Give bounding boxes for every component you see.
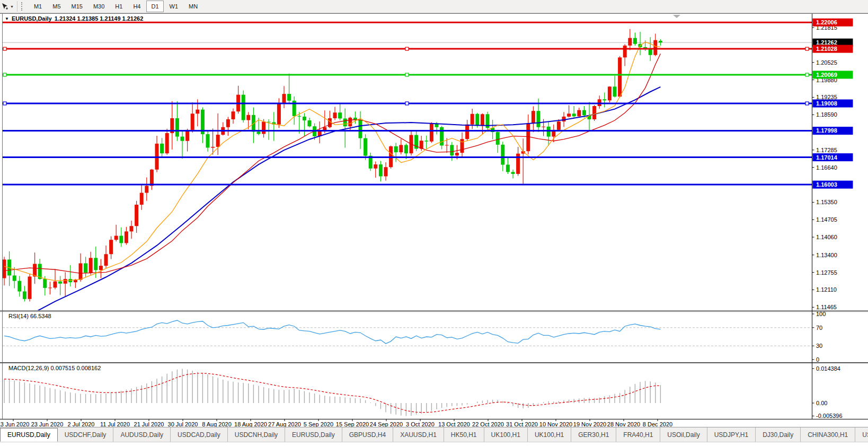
- price-tick-label: 1.12755: [816, 269, 837, 276]
- timeframe-button-m5[interactable]: M5: [48, 1, 65, 12]
- hline-handle[interactable]: [805, 102, 809, 105]
- rsi-tick-label: 100: [816, 311, 826, 317]
- date-tick-label: 11 Jul 2020: [100, 421, 130, 427]
- crosshair-cursor-icon: [1, 3, 8, 10]
- symbol-tab-6-gbpusd-h4[interactable]: GBPUSD,H4: [342, 427, 393, 442]
- symbol-tab-17-usoil-h1[interactable]: USOil,H1: [855, 427, 868, 442]
- macd-tick-label: 0.00: [816, 400, 827, 406]
- chart-dropdown-caret-icon[interactable]: ▼: [5, 16, 9, 21]
- timeframe-button-m15[interactable]: M15: [67, 1, 87, 12]
- date-tick-label: 28 Nov 2020: [607, 421, 640, 427]
- rsi-tick-label: 70: [816, 325, 822, 331]
- symbol-tab-12-fra40-h1[interactable]: FRA40,H1: [616, 427, 660, 442]
- price-tick-label: 1.17285: [816, 147, 837, 153]
- price-tick-label: 1.16640: [816, 164, 837, 171]
- timeframe-button-m1[interactable]: M1: [29, 1, 47, 12]
- symbol-tab-5-eurusd-daily[interactable]: EURUSD,Daily: [285, 427, 342, 442]
- symbol-tab-9-uk100-h1[interactable]: UK100,H1: [484, 427, 528, 442]
- price-tick-label: 1.20525: [816, 59, 837, 66]
- price-tick-label: 1.12110: [816, 286, 837, 293]
- date-tick-label: 22 Oct 2020: [472, 421, 504, 427]
- timeframe-button-d1[interactable]: D1: [146, 1, 163, 12]
- macd-indicator-label: MACD(12,26,9) 0.007515 0.008162: [8, 365, 101, 371]
- date-tick-label: 24 Sep 2020: [370, 421, 403, 427]
- date-tick-label: 18 Aug 2020: [234, 421, 267, 427]
- rsi-tick-label: 30: [816, 343, 822, 349]
- symbol-tab-8-hk50-h1[interactable]: HK50,H1: [444, 427, 484, 442]
- date-tick-label: 23 Jun 2020: [31, 421, 64, 427]
- timeframe-button-w1[interactable]: W1: [165, 1, 183, 12]
- hline-handle[interactable]: [405, 47, 409, 50]
- price-badge-label: 1.17998: [816, 127, 837, 134]
- symbol-tab-1-usdchf-daily[interactable]: USDCHF,Daily: [58, 427, 114, 442]
- price-tick-label: 1.11465: [816, 304, 837, 310]
- toolbar-separator: [17, 1, 17, 12]
- date-tick-label: 3 Oct 2020: [406, 421, 435, 427]
- date-tick-label: 27 Aug 2020: [268, 421, 301, 427]
- hline-handle[interactable]: [3, 47, 6, 50]
- chart-canvas[interactable]: 1.218151.205251.198801.192351.185901.172…: [0, 0, 868, 427]
- price-badge-label: 1.20069: [816, 72, 837, 78]
- date-tick-label: 2 Jul 2020: [68, 421, 95, 427]
- hline-handle[interactable]: [805, 47, 809, 50]
- cursor-tool-button[interactable]: ▼: [0, 1, 16, 12]
- date-tick-label: 8 Dec 2020: [643, 421, 672, 427]
- symbol-tab-10-uk100-h1[interactable]: UK100,H1: [528, 427, 571, 442]
- chart-ohlc-values: 1.21324 1.21385 1.21149 1.21262: [55, 15, 144, 22]
- chart-symbol-label: EURUSD,Daily: [12, 15, 52, 22]
- date-tick-label: 13 Jun 2020: [0, 421, 29, 427]
- hline-handle[interactable]: [405, 73, 409, 76]
- price-badge-label: 1.22006: [816, 19, 837, 25]
- date-tick-label: 30 Jul 2020: [168, 421, 198, 427]
- chart-window-title: ▼ EURUSD,Daily 1.21324 1.21385 1.21149 1…: [5, 15, 143, 22]
- date-tick-label: 8 Aug 2020: [202, 421, 232, 427]
- timeframe-buttons: M1M5M15M30H1H4D1W1MN: [29, 0, 203, 13]
- date-tick-label: 15 Sep 2020: [336, 421, 369, 427]
- date-tick-label: 13 Oct 2020: [438, 421, 470, 427]
- rsi-indicator-label: RSI(14) 66.5348: [8, 313, 51, 319]
- price-badge-label: 1.21262: [816, 39, 837, 46]
- hline-handle[interactable]: [405, 102, 409, 105]
- date-tick-label: 5 Sep 2020: [304, 421, 333, 427]
- hline-handle[interactable]: [3, 73, 6, 76]
- symbol-tab-3-usdcad-daily[interactable]: USDCAD,Daily: [171, 427, 228, 442]
- symbol-tab-14-usdjpy-h1[interactable]: USDJPY,H1: [707, 427, 756, 442]
- symbol-tab-2-audusd-daily[interactable]: AUDUSD,Daily: [113, 427, 171, 442]
- rsi-tick-label: 0: [816, 356, 819, 363]
- timeframe-button-h4[interactable]: H4: [128, 1, 145, 12]
- symbol-tabs: EURUSD,DailyUSDCHF,DailyAUDUSD,DailyUSDC…: [0, 427, 868, 442]
- macd-tick-label: 0.014384: [816, 365, 840, 372]
- timeframe-toolbar: ▼ M1M5M15M30H1H4D1W1MN: [0, 0, 868, 13]
- symbol-tab-11-ger30-h1[interactable]: GER30,H1: [571, 427, 616, 442]
- symbol-tab-4-usdcnh-daily[interactable]: USDCNH,Daily: [228, 427, 285, 442]
- symbol-tab-0-eurusd-daily[interactable]: EURUSD,Daily: [0, 428, 58, 442]
- date-tick-label: 10 Nov 2020: [539, 421, 572, 427]
- macd-tick-label: -0.005396: [816, 413, 843, 419]
- price-badge-label: 1.17014: [816, 154, 838, 161]
- hline-handle[interactable]: [805, 73, 809, 76]
- price-badge-label: 1.16003: [816, 181, 837, 188]
- symbol-tabbar: EURUSD,DailyUSDCHF,DailyAUDUSD,DailyUSDC…: [0, 427, 868, 442]
- date-tick-label: 19 Nov 2020: [573, 421, 606, 427]
- price-badge-label: 1.19008: [816, 100, 837, 107]
- price-tick-label: 1.18590: [816, 111, 837, 118]
- date-tick-label: 21 Jul 2020: [134, 421, 164, 427]
- timeframe-button-mn[interactable]: MN: [184, 1, 202, 12]
- symbol-tab-7-xauusd-h1[interactable]: XAUUSD,H1: [393, 427, 444, 442]
- symbol-tab-16-china300-h1[interactable]: CHINA300,H1: [801, 427, 855, 442]
- date-tick-label: 31 Oct 2020: [506, 421, 538, 427]
- hline-handle[interactable]: [3, 102, 6, 105]
- toolbar-grip[interactable]: [21, 2, 24, 11]
- chevron-down-icon[interactable]: ▼: [10, 5, 14, 8]
- price-tick-label: 1.13400: [816, 252, 837, 258]
- symbol-tab-13-usoil-daily[interactable]: USOil,Daily: [660, 427, 707, 442]
- timeframe-button-m30[interactable]: M30: [88, 1, 109, 12]
- timeframe-button-h1[interactable]: H1: [110, 1, 127, 12]
- price-tick-label: 1.14705: [816, 216, 837, 223]
- price-badge-label: 1.21028: [816, 46, 837, 52]
- price-tick-label: 1.14060: [816, 234, 837, 240]
- price-tick-label: 1.15350: [816, 199, 837, 205]
- symbol-tab-15-dj30-daily[interactable]: DJ30,Daily: [756, 427, 801, 442]
